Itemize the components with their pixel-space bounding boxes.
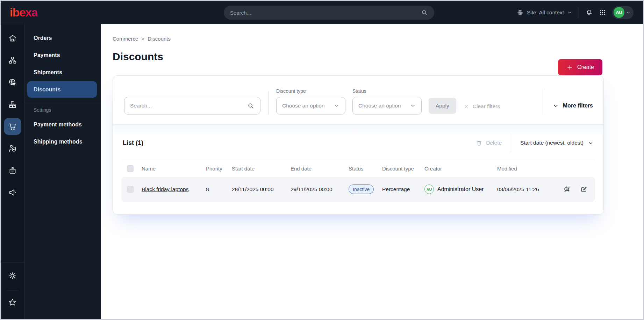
discount-name-link[interactable]: Black friday laptops <box>142 186 188 192</box>
main-content: Commerce > Discounts Create Discounts <box>101 24 643 319</box>
column-header-modified: Modified <box>497 166 553 172</box>
breadcrumb-separator: > <box>141 36 144 42</box>
products-boxes-icon[interactable] <box>4 96 21 113</box>
column-header-start-date: Start date <box>232 166 291 172</box>
discounts-card: Discount type Choose an option Status <box>113 75 604 215</box>
preview-disabled-icon[interactable] <box>563 186 571 193</box>
global-search[interactable] <box>224 6 434 20</box>
edit-icon[interactable] <box>580 186 588 193</box>
column-header-status: Status <box>349 166 382 172</box>
cell-end-date: 29/11/2025 00:00 <box>291 186 349 193</box>
menu-item-payment-methods[interactable]: Payment methods <box>27 116 97 133</box>
filter-divider <box>543 89 543 114</box>
customers-target-icon[interactable] <box>4 140 21 157</box>
globe-icon <box>517 9 524 16</box>
cell-start-date: 28/11/2025 00:00 <box>232 186 291 193</box>
cell-discount-type: Percentage <box>382 186 424 193</box>
menu-item-payments[interactable]: Payments <box>27 47 97 63</box>
filter-search-input[interactable] <box>130 103 247 109</box>
more-filters-label: More filters <box>563 103 593 109</box>
rail-divider <box>1 263 24 263</box>
select-all-checkbox[interactable] <box>127 165 134 172</box>
chevron-down-icon <box>553 103 559 109</box>
apply-button[interactable]: Apply <box>429 98 456 114</box>
status-badge: Inactive <box>349 185 374 194</box>
settings-gear-icon[interactable] <box>4 267 21 284</box>
column-header-name: Name <box>142 166 206 172</box>
menu-item-orders[interactable]: Orders <box>27 30 97 46</box>
discounts-table: Name Priority Start date End date Status… <box>121 160 595 202</box>
chevron-down-icon <box>410 103 416 109</box>
discount-type-select[interactable]: Choose an option <box>276 97 345 114</box>
ibexa-logo[interactable]: ibexa <box>10 6 37 19</box>
menu-item-shipping-methods[interactable]: Shipping methods <box>27 133 97 150</box>
cell-priority: 8 <box>206 186 232 193</box>
clear-filters-button[interactable]: Clear filters <box>463 103 500 110</box>
commerce-menu-panel: Orders Payments Shipments Discounts Sett… <box>24 24 101 319</box>
page-title: Discounts <box>113 51 604 63</box>
global-search-input[interactable] <box>230 10 421 16</box>
more-filters-button[interactable]: More filters <box>553 103 593 109</box>
rail-bottom <box>1 263 24 319</box>
breadcrumb: Commerce > Discounts <box>113 36 604 42</box>
breadcrumb-commerce[interactable]: Commerce <box>113 36 138 42</box>
row-checkbox[interactable] <box>127 186 134 193</box>
commerce-cart-icon[interactable] <box>4 118 21 135</box>
status-filter: Status Choose an option <box>352 88 422 114</box>
filter-divider <box>268 91 269 114</box>
icon-rail <box>1 24 24 319</box>
search-icon[interactable] <box>247 102 255 110</box>
sort-label: Start date (newest, oldest) <box>520 140 584 146</box>
notifications-bell-icon[interactable] <box>585 9 593 16</box>
bookmarks-star-icon[interactable] <box>4 294 21 311</box>
chevron-down-icon <box>334 103 339 109</box>
table-header-row: Name Priority Start date End date Status… <box>121 160 595 177</box>
create-button-label: Create <box>577 64 594 70</box>
list-section: List (1) Delete Start <box>113 125 603 214</box>
settings-section-label: Settings <box>24 107 101 113</box>
sort-selector[interactable]: Start date (newest, oldest) <box>520 140 594 146</box>
members-badge-icon[interactable] <box>4 162 21 179</box>
app-window: ibexa Site: All context <box>0 0 644 320</box>
column-header-creator: Creator <box>424 166 497 172</box>
filter-search[interactable] <box>124 97 260 114</box>
delete-button[interactable]: Delete <box>476 140 502 146</box>
topbar: ibexa Site: All context <box>1 1 643 24</box>
menu-divider <box>24 102 101 102</box>
discount-type-filter: Discount type Choose an option <box>276 88 345 114</box>
create-button[interactable]: Create <box>558 59 602 75</box>
avatar: AU <box>614 7 624 18</box>
column-header-end-date: End date <box>291 166 349 172</box>
plus-icon <box>566 64 573 71</box>
menu-item-shipments[interactable]: Shipments <box>27 64 97 81</box>
menu-item-discounts[interactable]: Discounts <box>27 81 97 98</box>
chevron-down-icon <box>626 10 631 15</box>
chevron-down-icon <box>567 10 572 15</box>
creator-avatar: AU <box>424 185 434 194</box>
user-menu[interactable]: AU <box>612 6 634 19</box>
status-select[interactable]: Choose an option <box>352 97 422 114</box>
search-icon[interactable] <box>421 9 428 16</box>
status-value: Choose an option <box>358 103 401 109</box>
topbar-right: Site: All context AU <box>517 6 643 19</box>
marketing-megaphone-icon[interactable] <box>4 184 21 201</box>
site-context-selector[interactable]: Site: All context <box>517 9 572 16</box>
table-row: Black friday laptops 8 28/11/2025 00:00 … <box>121 177 595 202</box>
clear-filters-label: Clear filters <box>473 103 500 110</box>
delete-label: Delete <box>486 140 502 146</box>
column-header-discount-type: Discount type <box>382 166 424 172</box>
content-tree-icon[interactable] <box>4 52 21 69</box>
rail-divider <box>6 291 19 291</box>
breadcrumb-discounts: Discounts <box>148 36 171 42</box>
site-globe-icon[interactable] <box>4 74 21 91</box>
topbar-divider <box>579 7 579 18</box>
chevron-down-icon <box>588 140 594 146</box>
home-icon[interactable] <box>4 30 21 47</box>
discount-type-value: Choose an option <box>282 103 325 109</box>
status-label: Status <box>352 88 422 94</box>
cell-modified: 03/06/2025 11:26 <box>497 186 553 193</box>
apps-grid-icon[interactable] <box>599 9 606 16</box>
column-header-priority: Priority <box>206 166 232 172</box>
list-header: List (1) Delete Start <box>121 134 595 152</box>
creator-name: Administrator User <box>437 186 484 193</box>
